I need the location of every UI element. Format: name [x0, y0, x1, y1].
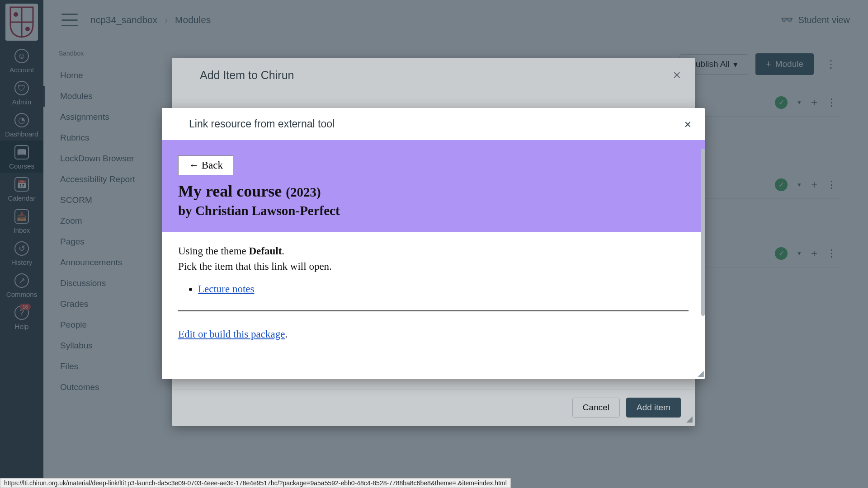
close-inner-modal-button[interactable]: × [684, 118, 691, 130]
item-list: Lecture notes [178, 283, 689, 295]
list-item: Lecture notes [198, 283, 689, 295]
inner-content: Using the theme Default. Pick the item t… [162, 232, 705, 354]
modal-header: Add Item to Chirun × [173, 58, 694, 91]
package-title: My real course (2023) [178, 182, 689, 201]
pick-instruction: Pick the item that this link will open. [178, 261, 689, 272]
scrollbar-thumb[interactable] [701, 149, 705, 316]
modal-title: Add Item to Chirun [200, 69, 294, 82]
item-link-lecture-notes[interactable]: Lecture notes [198, 283, 255, 295]
theme-line: Using the theme Default. [178, 245, 689, 257]
back-button[interactable]: ← Back [178, 155, 233, 175]
theme-name: Default [249, 245, 282, 257]
author-prefix: by [178, 203, 192, 218]
link-resource-modal: Link resource from external tool × ← Bac… [162, 108, 705, 379]
period: . [285, 328, 288, 340]
browser-status-bar: https://lti.chirun.org.uk/material/deep-… [0, 478, 511, 488]
divider [178, 310, 689, 311]
cancel-button[interactable]: Cancel [572, 398, 620, 418]
course-title-text: My real course [178, 182, 282, 200]
inner-modal-header: Link resource from external tool × [162, 108, 705, 140]
modal-footer: Cancel Add item [173, 389, 694, 426]
package-author: by Christian Lawson-Perfect [178, 203, 689, 218]
close-modal-button[interactable]: × [673, 68, 681, 82]
package-banner: ← Back My real course (2023) by Christia… [162, 140, 705, 232]
author-name: Christian Lawson-Perfect [195, 203, 340, 218]
resize-handle-icon[interactable]: ◢ [686, 414, 693, 424]
add-item-button[interactable]: Add item [626, 398, 681, 418]
inner-modal-body: ← Back My real course (2023) by Christia… [162, 140, 705, 379]
edit-package-link[interactable]: Edit or build this package [178, 328, 285, 340]
course-year-text: (2023) [286, 185, 321, 199]
period: . [282, 245, 284, 257]
edit-package-line: Edit or build this package. [178, 328, 689, 340]
inner-modal-title: Link resource from external tool [189, 118, 335, 130]
theme-prefix: Using the theme [178, 245, 246, 257]
